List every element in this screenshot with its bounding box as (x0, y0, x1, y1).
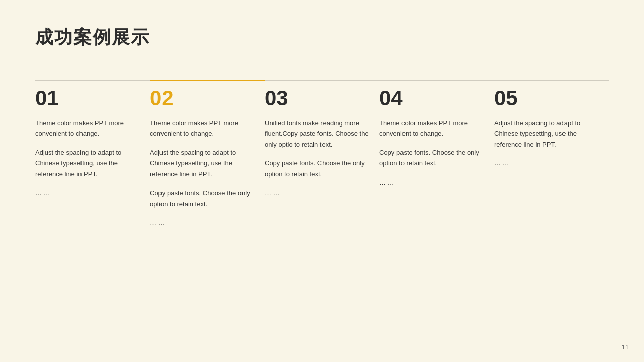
col-05-para-1: … … (494, 158, 599, 168)
col-05-para-0: Adjust the spacing to adapt to Chinese t… (494, 118, 599, 150)
col-04: 04Theme color makes PPT more convenient … (379, 80, 494, 228)
col-01: 01Theme color makes PPT more convenient … (35, 80, 150, 228)
col-03: 03Unified fonts make reading more fluent… (265, 80, 379, 228)
col-02-para-1: Adjust the spacing to adapt to Chinese t… (150, 147, 255, 179)
col-03-para-2: … … (265, 188, 369, 198)
col-02-para-0: Theme color makes PPT more convenient to… (150, 118, 255, 139)
col-02-para-3: … … (150, 217, 255, 228)
col-04-number: 04 (379, 87, 484, 109)
col-05-number: 05 (494, 87, 599, 109)
col-05: 05Adjust the spacing to adapt to Chinese… (494, 80, 609, 228)
col-01-number: 01 (35, 87, 140, 109)
col-03-para-0: Unified fonts make reading more fluent.C… (265, 118, 369, 150)
page-number: 11 (622, 343, 629, 351)
col-02-para-2: Copy paste fonts. Choose the only option… (150, 188, 255, 209)
col-02-number: 02 (150, 87, 255, 109)
col-01-para-1: Adjust the spacing to adapt to Chinese t… (35, 147, 140, 179)
col-01-para-0: Theme color makes PPT more convenient to… (35, 118, 140, 139)
col-04-para-0: Theme color makes PPT more convenient to… (379, 118, 484, 139)
col-01-para-2: … … (35, 188, 140, 198)
page-title: 成功案例展示 (35, 25, 609, 50)
slide-page: 成功案例展示 01Theme color makes PPT more conv… (0, 0, 644, 362)
col-03-number: 03 (265, 87, 369, 109)
columns-container: 01Theme color makes PPT more convenient … (35, 80, 609, 228)
col-02: 02Theme color makes PPT more convenient … (150, 80, 265, 228)
col-04-para-2: … … (379, 177, 484, 188)
col-03-para-1: Copy paste fonts. Choose the only option… (265, 158, 369, 179)
col-04-para-1: Copy paste fonts. Choose the only option… (379, 147, 484, 169)
